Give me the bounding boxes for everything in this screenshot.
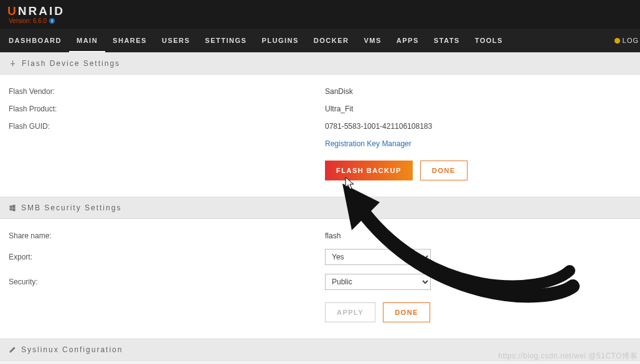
nav-tools[interactable]: TOOLS	[468, 29, 511, 52]
label-share: Share name:	[9, 231, 325, 240]
label-guid: Flash GUID:	[9, 122, 325, 131]
nav-shares[interactable]: SHARES	[105, 29, 154, 52]
smb-section: Share name: flash Export: Yes Security: …	[0, 219, 640, 338]
flash-button-row: FLASH BACKUP DONE	[9, 161, 631, 180]
nav-settings[interactable]: SETTINGS	[197, 29, 254, 52]
row-export: Export: Yes	[9, 249, 631, 265]
label-security: Security:	[9, 278, 325, 286]
section-header-flash: Flash Device Settings	[0, 52, 640, 75]
lock-icon	[614, 38, 620, 44]
row-share: Share name: flash	[9, 231, 631, 240]
usb-icon	[9, 60, 17, 68]
row-reg-link: Registration Key Manager	[9, 139, 631, 148]
registration-key-manager-link[interactable]: Registration Key Manager	[325, 139, 412, 148]
windows-icon	[9, 204, 16, 212]
value-share: flash	[325, 231, 341, 240]
row-product: Flash Product: Ultra_Fit	[9, 105, 631, 113]
nav-plugins[interactable]: PLUGINS	[254, 29, 306, 52]
section-title-syslinux: Syslinux Configuration	[21, 345, 123, 354]
top-bar: UNRAID Version: 6.6.0 i	[0, 0, 640, 29]
nav-docker[interactable]: DOCKER	[306, 29, 357, 52]
version-line: Version: 6.6.0 i	[9, 17, 55, 24]
nav-stats[interactable]: STATS	[426, 29, 468, 52]
logo-accent: U	[7, 4, 18, 17]
watermark: https://blog.csdn.net/wei @51CTO博客	[498, 351, 638, 362]
edit-icon	[9, 346, 16, 353]
row-security: Security: Public	[9, 274, 631, 290]
nav-right-label: LOG	[623, 37, 639, 44]
nav-bar: DASHBOARD MAIN SHARES USERS SETTINGS PLU…	[0, 29, 640, 52]
nav-main[interactable]: MAIN	[69, 29, 105, 52]
nav-dashboard[interactable]: DASHBOARD	[1, 29, 69, 52]
smb-button-row: APPLY DONE	[9, 302, 631, 322]
smb-done-button[interactable]: DONE	[383, 302, 430, 322]
section-title-smb: SMB Security Settings	[21, 203, 121, 212]
nav-logout[interactable]: LOG	[614, 37, 640, 44]
version-text: Version: 6.6.0	[9, 17, 47, 24]
row-vendor: Flash Vendor: SanDisk	[9, 87, 631, 96]
label-vendor: Flash Vendor:	[9, 87, 325, 96]
value-guid: 0781-5583-1001-421106108183	[325, 122, 432, 131]
flash-done-button[interactable]: DONE	[420, 161, 468, 180]
select-export[interactable]: Yes	[325, 249, 431, 265]
nav-users[interactable]: USERS	[154, 29, 197, 52]
section-header-smb: SMB Security Settings	[0, 197, 640, 219]
value-product: Ultra_Fit	[325, 105, 353, 113]
section-title-flash: Flash Device Settings	[22, 59, 120, 68]
flash-section: Flash Vendor: SanDisk Flash Product: Ult…	[0, 75, 640, 197]
logo-rest: NRAID	[18, 4, 65, 17]
info-icon[interactable]: i	[49, 18, 55, 24]
row-guid: Flash GUID: 0781-5583-1001-421106108183	[9, 122, 631, 131]
label-export: Export:	[9, 253, 325, 261]
logo: UNRAID	[7, 4, 65, 18]
select-security[interactable]: Public	[325, 274, 431, 290]
value-vendor: SanDisk	[325, 87, 353, 96]
label-product: Flash Product:	[9, 105, 325, 113]
nav-apps[interactable]: APPS	[389, 29, 426, 52]
flash-backup-button[interactable]: FLASH BACKUP	[325, 161, 413, 180]
apply-button[interactable]: APPLY	[325, 302, 375, 322]
nav-vms[interactable]: VMS	[356, 29, 388, 52]
